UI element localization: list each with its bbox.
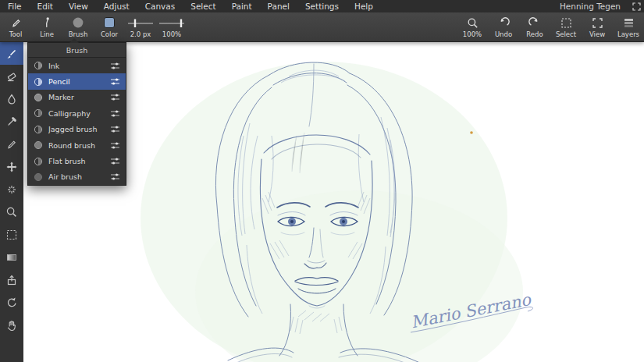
tool-label: Tool: [9, 31, 23, 38]
sidebar-export-tool[interactable]: [0, 268, 23, 291]
brush-tip-icon: [34, 140, 43, 150]
sidebar-eraser-tool[interactable]: [0, 65, 23, 87]
brush-tip-icon: [34, 157, 43, 166]
sidebar-smudge-tool[interactable]: [0, 87, 23, 110]
menu-edit[interactable]: Edit: [30, 0, 61, 12]
line-label: Line: [40, 31, 54, 38]
hand-icon: [5, 319, 18, 332]
redo-icon: [528, 16, 541, 30]
rotate-ccw-icon: [5, 296, 18, 309]
layers-label: Layers: [617, 31, 639, 38]
color-button[interactable]: Color: [94, 12, 125, 41]
magnifier-icon: [5, 206, 18, 218]
sidebar-zoom-tool[interactable]: [0, 201, 23, 223]
marquee-icon: [560, 16, 572, 30]
sparkle-icon: [5, 183, 18, 196]
color-swatch: [104, 17, 115, 28]
sidebar-magic-wand-tool[interactable]: [0, 178, 23, 201]
undo-button[interactable]: Undo: [488, 12, 519, 41]
redo-label: Redo: [526, 31, 543, 38]
menu-help[interactable]: Help: [347, 0, 381, 12]
brush-settings-icon[interactable]: [110, 77, 120, 86]
brush-label: Brush: [69, 31, 88, 38]
redo-button[interactable]: Redo: [519, 12, 550, 41]
brush-button[interactable]: Brush: [62, 12, 94, 41]
sidebar-brush-tool[interactable]: [0, 42, 23, 65]
stroke-size-slider[interactable]: 2.0 px: [125, 12, 156, 41]
brush-item-calligraphy[interactable]: Calligraphy: [28, 105, 126, 121]
frame-icon: [592, 16, 603, 30]
orange-speck: [470, 131, 473, 134]
brush-tip-icon: [34, 125, 43, 134]
sidebar-rotate-tool[interactable]: [0, 291, 23, 314]
opacity-slider[interactable]: 100%: [156, 12, 187, 41]
username-label: Henning Tegen: [552, 2, 628, 11]
brush-item-label: Marker: [48, 93, 105, 101]
brush-item-jagged-brush[interactable]: Jagged brush: [28, 122, 126, 137]
brush-preview-icon: [72, 16, 84, 30]
sidebar-hand-tool[interactable]: [0, 314, 23, 336]
brush-settings-icon[interactable]: [110, 93, 120, 101]
brush-settings-icon[interactable]: [110, 109, 120, 118]
brush-item-marker[interactable]: Marker: [28, 90, 126, 105]
gradient-icon: [5, 251, 18, 264]
panel-arrow: [69, 38, 79, 43]
pencil-icon: [10, 16, 22, 30]
tool-button[interactable]: Tool: [0, 12, 31, 41]
share-icon: [5, 274, 18, 286]
undo-icon: [497, 16, 510, 30]
brush-tip-icon: [34, 93, 43, 102]
line-button[interactable]: Line: [31, 12, 62, 41]
slider-icon: [158, 16, 185, 30]
brush-item-round-brush[interactable]: Round brush: [28, 137, 126, 153]
menu-select[interactable]: Select: [183, 0, 223, 12]
brush-item-label: Round brush: [48, 141, 105, 150]
tool-sidebar: [0, 42, 23, 362]
menu-view[interactable]: View: [61, 0, 96, 12]
pencil-icon: [5, 138, 18, 151]
layers-button[interactable]: Layers: [613, 12, 644, 41]
sidebar-rect-select-tool[interactable]: [0, 223, 23, 246]
menu-settings[interactable]: Settings: [297, 0, 347, 12]
brush-settings-icon[interactable]: [110, 125, 120, 133]
view-button[interactable]: View: [582, 12, 613, 41]
brush-item-label: Ink: [48, 62, 105, 70]
color-label: Color: [101, 31, 118, 38]
undo-label: Undo: [495, 31, 512, 38]
sidebar-move-tool[interactable]: [0, 155, 23, 178]
fullscreen-icon[interactable]: [628, 2, 644, 11]
brush-item-air-brush[interactable]: Air brush: [28, 169, 126, 185]
menu-panel[interactable]: Panel: [260, 0, 297, 12]
sidebar-eyedropper-tool[interactable]: [0, 110, 23, 133]
sidebar-pencil-tool[interactable]: [0, 133, 23, 155]
brush-settings-icon[interactable]: [110, 141, 120, 150]
marquee-icon: [5, 229, 18, 241]
select-button[interactable]: Select: [550, 12, 582, 41]
zoom-button[interactable]: 100%: [457, 12, 488, 41]
eyedropper-icon: [5, 115, 18, 128]
magnifier-icon: [467, 16, 479, 30]
brush-tip-icon: [34, 172, 43, 182]
eraser-icon: [5, 70, 18, 83]
brush-settings-icon[interactable]: [110, 172, 120, 181]
move-icon: [5, 161, 18, 173]
toolbar: Tool Line Brush Color 2.0 px 100% 100%: [0, 12, 644, 42]
menu-canvas[interactable]: Canvas: [137, 0, 183, 12]
brush-item-label: Pencil: [48, 77, 105, 86]
stroke-icon: [41, 16, 53, 30]
brush-item-pencil[interactable]: Pencil: [28, 73, 126, 89]
menu-file[interactable]: File: [0, 0, 30, 12]
brush-settings-icon[interactable]: [110, 62, 120, 70]
menu-bar: File Edit View Adjust Canvas Select Pain…: [0, 0, 644, 12]
sidebar-gradient-tool[interactable]: [0, 246, 23, 268]
brush-icon: [5, 48, 18, 60]
brush-settings-icon[interactable]: [110, 157, 120, 165]
menu-paint[interactable]: Paint: [224, 0, 260, 12]
brush-item-label: Air brush: [48, 172, 105, 181]
brush-item-ink[interactable]: Ink: [28, 58, 126, 73]
menu-adjust[interactable]: Adjust: [96, 0, 137, 12]
view-label: View: [589, 31, 605, 38]
brush-item-flat-brush[interactable]: Flat brush: [28, 153, 126, 169]
brush-item-label: Jagged brush: [48, 125, 105, 133]
select-label: Select: [556, 31, 576, 38]
